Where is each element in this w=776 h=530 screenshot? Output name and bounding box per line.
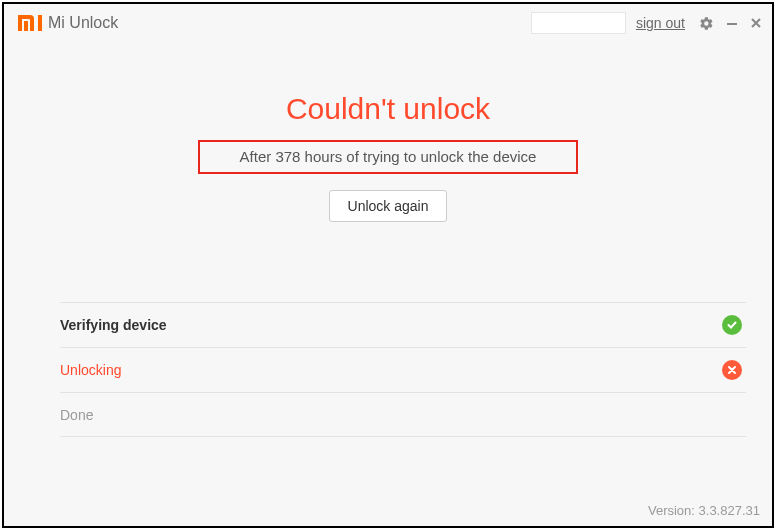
version-label: Version: 3.3.827.31	[648, 503, 760, 518]
sign-out-link[interactable]: sign out	[636, 15, 685, 31]
close-button[interactable]	[750, 17, 762, 29]
error-icon	[722, 360, 742, 380]
step-row-done: Done	[60, 392, 746, 436]
mi-logo-icon	[18, 15, 42, 31]
svg-rect-0	[727, 23, 737, 25]
main-content: Couldn't unlock After 378 hours of tryin…	[4, 42, 772, 222]
account-box	[531, 12, 626, 34]
unlock-again-button[interactable]: Unlock again	[329, 190, 448, 222]
step-label: Verifying device	[60, 317, 167, 333]
status-message: After 378 hours of trying to unlock the …	[240, 148, 537, 165]
status-message-box: After 378 hours of trying to unlock the …	[198, 140, 579, 174]
window-controls	[699, 16, 762, 31]
titlebar: Mi Unlock sign out	[4, 4, 772, 42]
step-row-unlocking: Unlocking	[60, 347, 746, 392]
status-headline: Couldn't unlock	[4, 92, 772, 126]
app-title: Mi Unlock	[48, 14, 118, 32]
step-row-verifying: Verifying device	[60, 302, 746, 347]
minimize-button[interactable]	[726, 17, 738, 29]
settings-icon[interactable]	[699, 16, 714, 31]
step-label: Done	[60, 407, 93, 423]
checkmark-icon	[722, 315, 742, 335]
step-label: Unlocking	[60, 362, 121, 378]
app-window: Mi Unlock sign out Couldn't unlock After…	[2, 2, 774, 528]
progress-steps: Verifying device Unlocking Done	[60, 302, 746, 437]
app-logo: Mi Unlock	[18, 14, 118, 32]
